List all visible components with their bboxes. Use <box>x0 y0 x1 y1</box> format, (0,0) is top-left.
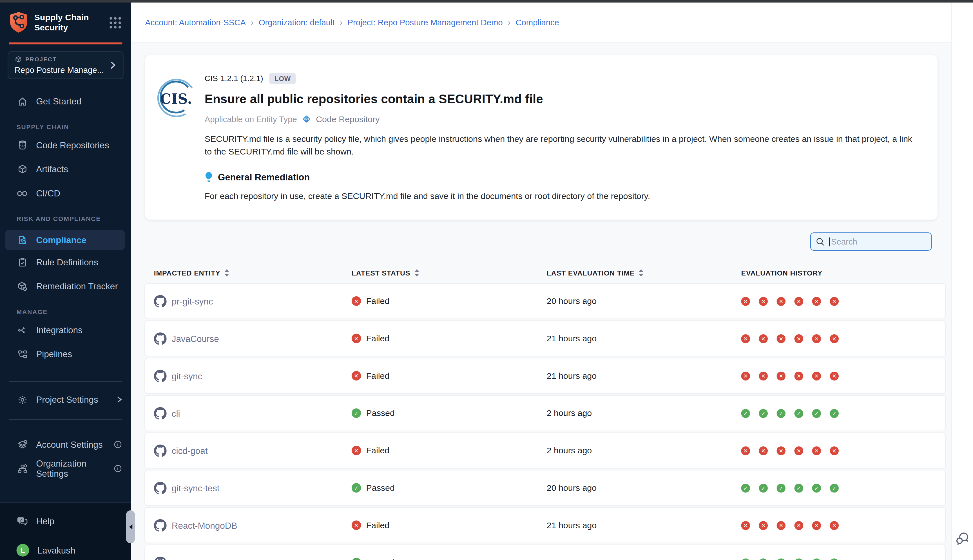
module-accent-line <box>9 42 122 45</box>
window-top-bar <box>0 0 973 3</box>
history-pass-icon <box>741 483 750 492</box>
entity-name[interactable]: git-sync <box>172 371 202 381</box>
entity-name[interactable]: pr-git-sync <box>172 296 213 306</box>
status-label: Failed <box>366 334 390 343</box>
sidebar-item-remediation-tracker[interactable]: Remediation Tracker <box>0 274 131 298</box>
history-pass-icon <box>812 483 821 492</box>
sidebar-item-cicd[interactable]: CI/CD <box>0 181 131 205</box>
integrations-icon <box>17 325 28 335</box>
entity-name[interactable]: cicd-goat <box>172 445 208 456</box>
info-icon[interactable] <box>113 440 122 449</box>
last-evaluation-time: 20 hours ago <box>547 483 597 493</box>
sidebar-item-help[interactable]: ? Help <box>0 509 131 533</box>
breadcrumb-item[interactable]: Account: Automation-SSCA <box>145 17 246 27</box>
column-header-label: EVALUATION HISTORY <box>741 269 823 277</box>
sidebar-item-label: Organization Settings <box>36 458 105 479</box>
table-row[interactable]: git-syncFailed21 hours ago <box>145 358 945 393</box>
history-fail-icon <box>812 372 821 380</box>
sort-icon[interactable] <box>639 269 644 277</box>
status-label: Passed <box>366 408 395 418</box>
table-row[interactable]: cicd-goatFailed2 hours ago <box>145 433 945 468</box>
user-menu[interactable]: L Lavakush <box>0 538 131 560</box>
entity-name[interactable]: git-sync-test <box>172 483 220 493</box>
history-fail-icon <box>830 297 839 306</box>
svg-text:CIS.: CIS. <box>160 91 192 107</box>
sidebar-item-label: Integrations <box>36 325 82 335</box>
column-header[interactable]: IMPACTED ENTITY <box>154 269 352 277</box>
lightbulb-icon <box>205 172 213 182</box>
history-fail-icon <box>794 521 803 530</box>
sidebar-item-artifacts[interactable]: Artifacts <box>0 157 131 181</box>
entity-name[interactable]: JavaCourse <box>172 333 219 343</box>
table-row[interactable]: pr-git-syncFailed20 hours ago <box>145 284 945 318</box>
sidebar-item-project-settings[interactable]: Project Settings <box>0 387 131 412</box>
history-fail-icon <box>812 334 821 343</box>
history-fail-icon <box>741 297 750 306</box>
history-pass-icon <box>759 408 768 418</box>
section-title-manage: MANAGE <box>0 308 131 315</box>
history-fail-icon <box>741 372 750 380</box>
sidebar-item-code-repositories[interactable]: </> Code Repositories <box>0 133 131 157</box>
sidebar-item-account-settings[interactable]: Account Settings <box>0 433 131 457</box>
entity-type: Code Repository <box>316 114 379 124</box>
status-failed-icon <box>352 334 361 343</box>
entity-name[interactable]: React-MongoDB <box>172 520 237 530</box>
sort-icon[interactable] <box>414 269 419 277</box>
history-fail-icon <box>777 334 786 343</box>
svg-text:?: ? <box>19 518 22 522</box>
help-chat-icon: ? <box>17 516 28 526</box>
project-selector[interactable]: PROJECT Repo Posture Manage... <box>8 51 124 79</box>
column-header[interactable]: LAST EVALUATION TIME <box>547 269 741 277</box>
status-label: Failed <box>366 446 390 455</box>
column-header-label: LAST EVALUATION TIME <box>547 269 635 277</box>
history-fail-icon <box>812 297 821 306</box>
breadcrumb-item[interactable]: Project: Repo Posture Management Demo <box>347 17 502 27</box>
history-fail-icon <box>812 446 821 455</box>
rule-detail-card: CIS. CIS-1.2.1 (1.2.1) LOW Ensure all pu… <box>145 55 938 220</box>
breadcrumb-item[interactable]: Organization: default <box>259 17 335 27</box>
table-row[interactable]: Passed <box>145 545 945 560</box>
user-name: Lavakush <box>37 545 75 555</box>
github-icon <box>154 370 167 382</box>
sidebar-item-compliance[interactable]: Compliance <box>5 230 125 250</box>
history-pass-icon <box>794 558 803 560</box>
breadcrumb-item[interactable]: Compliance <box>516 17 559 27</box>
last-evaluation-time: 2 hours ago <box>547 408 592 418</box>
chat-widget-icon[interactable] <box>955 532 970 545</box>
table-row[interactable]: React-MongoDBFailed21 hours ago <box>145 508 945 543</box>
rule-description: SECURITY.md file is a security policy fi… <box>205 133 919 158</box>
search-input[interactable] <box>831 237 914 247</box>
github-icon <box>154 407 167 420</box>
status-passed-icon <box>352 483 361 493</box>
sidebar-item-integrations[interactable]: Integrations <box>0 318 131 342</box>
history-fail-icon <box>759 334 768 343</box>
home-icon <box>17 96 28 107</box>
info-icon[interactable] <box>113 464 122 473</box>
project-label: PROJECT <box>25 56 57 63</box>
table-row[interactable]: git-sync-testPassed20 hours ago <box>145 470 945 505</box>
sidebar-item-get-started[interactable]: Get Started <box>0 89 131 113</box>
column-header: EVALUATION HISTORY <box>741 269 945 277</box>
last-evaluation-time: 20 hours ago <box>547 296 597 306</box>
sidebar-item-organization-settings[interactable]: Organization Settings <box>0 457 131 481</box>
table-row[interactable]: cliPassed2 hours ago <box>145 396 945 430</box>
chevron-right-icon <box>116 396 122 403</box>
history-pass-icon <box>830 408 839 418</box>
column-header[interactable]: LATEST STATUS <box>352 269 547 277</box>
artifacts-icon <box>17 164 28 175</box>
sidebar-item-pipelines[interactable]: Pipelines <box>0 342 131 366</box>
sort-icon[interactable] <box>224 269 229 277</box>
history-fail-icon <box>759 372 768 380</box>
grid-apps-icon[interactable] <box>110 17 121 28</box>
divider <box>9 381 122 382</box>
sidebar-item-rule-definitions[interactable]: Rule Definitions <box>0 250 131 274</box>
chevron-right-icon <box>109 61 117 70</box>
section-title-risk-and-compliance: RISK AND COMPLIANCE <box>0 215 131 222</box>
code-repositories-icon: </> <box>17 140 28 150</box>
entity-name[interactable]: cli <box>172 408 180 418</box>
app-window: Supply Chain Security PROJECT Repo Postu… <box>0 0 973 560</box>
main-area: Account: Automation-SSCA›Organization: d… <box>131 3 951 560</box>
table-row[interactable]: JavaCourseFailed21 hours ago <box>145 321 945 356</box>
status-passed-icon <box>352 558 361 560</box>
sidebar-collapse-handle[interactable] <box>126 510 135 543</box>
